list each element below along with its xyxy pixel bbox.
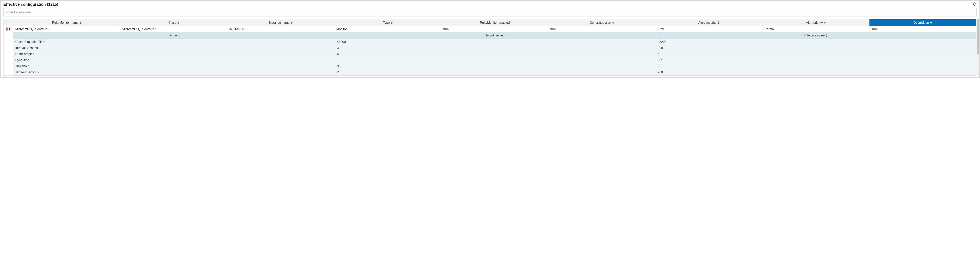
col-overridden[interactable]: Overridden — [869, 19, 977, 26]
svg-marker-5 — [291, 23, 293, 24]
sort-icon — [291, 21, 293, 24]
filter-input[interactable] — [3, 8, 977, 16]
table-row[interactable]: Microsoft.SQLServer.20 Microsoft.SQLServ… — [3, 26, 977, 32]
col-alert-severity[interactable]: Alert severity — [655, 19, 762, 26]
svg-marker-9 — [612, 23, 614, 24]
detail-effective: 300 — [655, 45, 976, 51]
svg-marker-10 — [718, 22, 719, 22]
col-label: Rule/Monitor name — [52, 21, 79, 24]
svg-marker-4 — [291, 22, 293, 22]
col-label: Instance name — [269, 21, 290, 24]
col-type[interactable]: Type — [334, 19, 441, 26]
sort-icon — [391, 21, 393, 24]
cell-alert-severity: Error — [655, 26, 762, 32]
detail-name: SyncTime — [13, 57, 335, 63]
col-label: Class — [169, 21, 176, 24]
sort-icon — [178, 34, 180, 37]
detail-table: Name — [13, 32, 976, 76]
detail-item: CacheExpirationTime 43200 43200 — [13, 39, 976, 45]
sort-desc-icon — [930, 21, 932, 24]
detail-default: 6 — [335, 51, 655, 57]
sort-icon — [80, 21, 81, 24]
cell-type: Monitor — [334, 26, 441, 32]
svg-marker-21 — [826, 34, 827, 35]
svg-marker-19 — [504, 34, 506, 35]
detail-effective: 00:18 — [655, 57, 976, 63]
detail-effective: 95 — [655, 63, 976, 69]
detail-default — [335, 57, 655, 63]
svg-marker-7 — [391, 23, 393, 24]
panel-body: Rule/Monitor name Class — [1, 8, 979, 77]
detail-effective: 6 — [655, 51, 976, 57]
cell-alert-priority: Normal — [762, 26, 869, 32]
svg-marker-20 — [504, 36, 506, 37]
svg-marker-3 — [177, 23, 179, 24]
col-label: Effective value — [804, 34, 825, 37]
expand-toggle[interactable] — [6, 27, 10, 31]
effective-configuration-panel: Effective configuration (1215) — [0, 0, 980, 78]
col-label: Type — [383, 21, 390, 24]
sort-icon — [177, 21, 179, 24]
detail-default: 200 — [335, 69, 655, 75]
detail-name: IntervalSeconds — [13, 45, 335, 51]
svg-marker-0 — [80, 22, 81, 22]
svg-marker-11 — [718, 23, 719, 24]
detail-col-default[interactable]: Default value — [335, 32, 655, 39]
svg-marker-2 — [177, 22, 179, 22]
sort-icon — [826, 34, 827, 37]
scrollbar-thumb[interactable] — [977, 19, 978, 54]
detail-effective: 43200 — [655, 39, 976, 45]
detail-effective: 200 — [655, 69, 976, 75]
svg-marker-18 — [178, 36, 180, 37]
cell-overridden: True — [869, 26, 977, 32]
detail-item: Threshold 95 95 — [13, 63, 976, 69]
panel-header: Effective configuration (1215) — [1, 1, 979, 8]
svg-marker-13 — [824, 23, 826, 24]
cell-enabled: true — [441, 26, 549, 32]
detail-default: 43200 — [335, 39, 655, 45]
svg-marker-17 — [178, 34, 180, 35]
svg-marker-8 — [612, 22, 614, 22]
detail-header-row: Name — [13, 32, 976, 39]
sort-icon — [612, 21, 614, 24]
col-label: Generates alert — [590, 21, 611, 24]
chevron-down-circle-icon — [7, 28, 10, 30]
detail-name: CacheExpirationTime — [13, 39, 335, 45]
refresh-icon — [973, 2, 976, 7]
detail-col-name[interactable]: Name — [13, 32, 335, 39]
detail-name: TimeoutSeconds — [13, 69, 335, 75]
detail-name: NumSamples — [13, 51, 335, 57]
sort-icon — [504, 34, 506, 37]
col-label: Rule/Monitor enabled — [480, 21, 510, 24]
col-label: Default value — [485, 34, 503, 37]
detail-default: 300 — [335, 45, 655, 51]
detail-item: NumSamples 6 6 — [13, 51, 976, 57]
panel-title-text: Effective configuration — [3, 2, 46, 6]
panel-title: Effective configuration (1215) — [3, 2, 58, 7]
cell-class: Microsoft.SQLServer.20 — [120, 26, 228, 32]
svg-marker-6 — [391, 22, 393, 22]
col-enabled[interactable]: Rule/Monitor enabled — [441, 19, 549, 26]
detail-item: TimeoutSeconds 200 200 — [13, 69, 976, 75]
sort-icon — [824, 21, 826, 24]
col-class[interactable]: Class — [120, 19, 228, 26]
detail-row: Name — [3, 32, 977, 76]
col-rule-monitor-name[interactable]: Rule/Monitor name — [13, 19, 120, 26]
col-alert-priority[interactable]: Alert priority — [762, 19, 869, 26]
refresh-button[interactable] — [972, 2, 977, 7]
detail-default: 95 — [335, 63, 655, 69]
panel-title-count: 1215 — [48, 2, 57, 6]
cell-rule-monitor-name: Microsoft.SQLServer.20 — [13, 26, 120, 32]
detail-col-effective[interactable]: Effective value — [655, 32, 976, 39]
col-expand-header — [3, 19, 13, 26]
col-label: Alert priority — [806, 21, 822, 24]
svg-marker-22 — [826, 36, 827, 37]
col-label: Name — [169, 34, 177, 37]
vertical-scrollbar[interactable] — [976, 19, 979, 76]
cell-generates-alert: true — [549, 26, 655, 32]
sort-icon — [718, 21, 719, 24]
detail-item: SyncTime 00:18 — [13, 57, 976, 63]
detail-name: Threshold — [13, 63, 335, 69]
col-generates-alert[interactable]: Generates alert — [549, 19, 655, 26]
col-instance-name[interactable]: Instance name — [228, 19, 334, 26]
